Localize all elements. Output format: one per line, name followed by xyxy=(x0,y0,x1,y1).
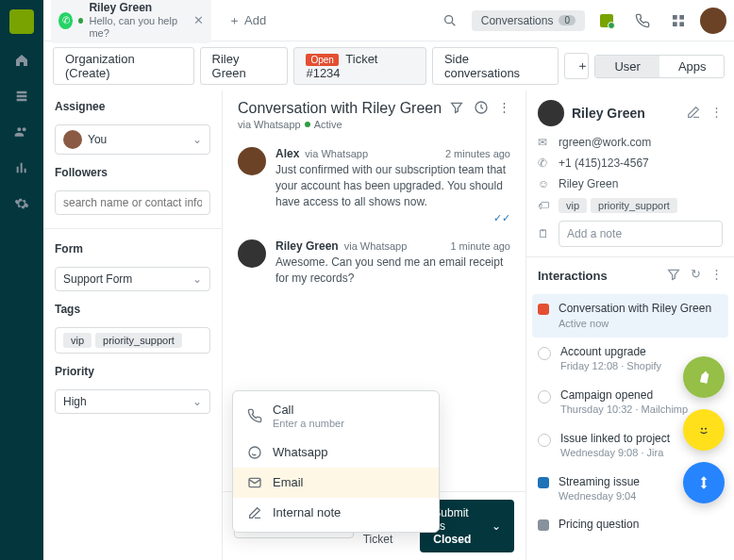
shopify-fab[interactable] xyxy=(683,356,725,398)
views-icon[interactable] xyxy=(12,87,31,106)
context-tabs: Organization (Create) Riley Green Open T… xyxy=(43,41,734,91)
add-note-input[interactable]: Add a note xyxy=(559,221,723,247)
tab-requester[interactable]: Riley Green xyxy=(200,47,289,85)
read-receipt-icon: ✓✓ xyxy=(275,212,510,224)
marker-icon xyxy=(538,477,549,488)
close-icon[interactable]: ✕ xyxy=(193,13,204,27)
followers-field[interactable] xyxy=(55,190,210,215)
home-icon[interactable] xyxy=(12,51,31,70)
apps-icon[interactable] xyxy=(664,7,692,35)
note-icon: 🗒 xyxy=(538,227,551,240)
refresh-icon[interactable]: ↻ xyxy=(691,267,701,285)
filter-icon[interactable] xyxy=(449,100,464,118)
channel-option-email[interactable]: Email xyxy=(233,468,439,498)
followers-input[interactable] xyxy=(63,196,202,209)
priority-select[interactable]: High⌄ xyxy=(55,389,210,414)
email-icon: ✉ xyxy=(538,136,551,149)
profile-name: Riley Green xyxy=(572,106,645,121)
interaction-item[interactable]: Pricing question xyxy=(538,510,723,540)
jira-fab[interactable] xyxy=(683,462,725,503)
ticket-properties-panel: Assignee You ⌄ Followers Form Support Fo… xyxy=(43,91,223,560)
form-label: Form xyxy=(55,242,210,255)
presence-dot xyxy=(78,18,83,24)
channel-option-note[interactable]: Internal note xyxy=(233,498,439,528)
tag-chip: vip xyxy=(559,198,587,213)
tag-icon: 🏷 xyxy=(538,199,551,212)
message-time: 2 minutes ago xyxy=(445,148,510,159)
edit-icon[interactable] xyxy=(686,105,701,123)
tags-field[interactable]: vip priority_support xyxy=(55,327,210,354)
chevron-down-icon: ⌄ xyxy=(192,272,202,286)
reporting-icon[interactable] xyxy=(12,158,31,177)
more-icon[interactable]: ⋮ xyxy=(710,267,723,285)
phone-icon xyxy=(246,408,263,423)
message-author: Alex xyxy=(275,147,299,160)
add-tab-button[interactable]: ＋ Add xyxy=(219,8,275,33)
customers-icon[interactable] xyxy=(12,123,31,141)
history-icon[interactable] xyxy=(474,100,489,118)
whatsapp-icon: ✆ xyxy=(58,12,73,29)
marker-icon xyxy=(538,390,551,404)
channel-option-whatsapp[interactable]: Whatsapp xyxy=(233,437,439,468)
tab-subtitle: Hello, can you help me? xyxy=(89,15,184,40)
svg-point-9 xyxy=(701,428,703,430)
message-avatar xyxy=(238,147,266,175)
note-icon xyxy=(246,505,263,520)
conversation-title: Conversation with Riley Green xyxy=(238,100,442,117)
interactions-header: Interactions xyxy=(538,269,608,283)
top-bar: ✆ Riley Green Hello, can you help me? ✕ … xyxy=(43,0,734,41)
svg-point-6 xyxy=(249,447,260,458)
conversation-status: Active xyxy=(314,119,342,130)
assignee-avatar xyxy=(63,130,82,149)
conversation-panel: Conversation with Riley Green via Whatsa… xyxy=(223,91,526,560)
search-icon[interactable] xyxy=(436,7,464,35)
conversations-chip[interactable]: Conversations 0 xyxy=(472,10,585,31)
assignee-field[interactable]: You ⌄ xyxy=(55,124,210,155)
message-author: Riley Green xyxy=(275,239,339,253)
tab-organization[interactable]: Organization (Create) xyxy=(53,47,194,85)
tag-chip[interactable]: vip xyxy=(63,333,92,348)
message: Riley Green via Whatsapp 1 minute ago Aw… xyxy=(238,232,510,294)
more-icon[interactable]: ⋮ xyxy=(710,105,723,123)
seg-user[interactable]: User xyxy=(595,56,659,77)
svg-rect-1 xyxy=(673,15,677,20)
more-icon[interactable]: ⋮ xyxy=(498,100,510,118)
form-select[interactable]: Support Form⌄ xyxy=(55,267,210,291)
svg-point-0 xyxy=(444,15,452,23)
profile-phone: +1 (415)123-4567 xyxy=(559,156,649,170)
marker-icon xyxy=(538,347,551,360)
marker-icon xyxy=(538,434,551,447)
message-avatar xyxy=(238,239,266,268)
email-icon xyxy=(246,475,263,490)
followers-label: Followers xyxy=(55,166,210,179)
left-nav xyxy=(0,0,43,560)
brand-logo[interactable] xyxy=(9,9,34,34)
workspace-tab[interactable]: ✆ Riley Green Hello, can you help me? ✕ xyxy=(51,0,211,43)
channel-option-call[interactable]: CallEnter a number xyxy=(233,395,439,437)
profile-avatar xyxy=(538,100,564,126)
whatsapp-icon: ☺ xyxy=(538,177,551,190)
message-time: 1 minute ago xyxy=(450,240,510,252)
conversation-via: via Whatsapp xyxy=(238,119,301,130)
phone-icon[interactable] xyxy=(628,7,657,35)
tab-ticket[interactable]: Open Ticket #1234 xyxy=(293,47,425,85)
chevron-down-icon: ⌄ xyxy=(192,395,202,408)
filter-icon[interactable] xyxy=(666,267,681,285)
svg-rect-3 xyxy=(673,22,677,26)
interaction-item[interactable]: Conversation with Riley GreenActive now xyxy=(532,294,728,338)
tag-chip[interactable]: priority_support xyxy=(95,333,182,348)
admin-icon[interactable] xyxy=(12,194,31,213)
add-side-conversation[interactable]: ＋ xyxy=(564,53,589,79)
mailchimp-fab[interactable] xyxy=(683,409,725,451)
message-body: Just confirmed with our subscription tea… xyxy=(275,162,510,209)
phone-icon: ✆ xyxy=(538,156,551,170)
seg-apps[interactable]: Apps xyxy=(659,56,725,77)
svg-point-10 xyxy=(705,428,707,430)
profile-email: rgreen@work.com xyxy=(559,136,651,149)
chat-status-icon[interactable] xyxy=(592,7,621,35)
message-via: via Whatsapp xyxy=(344,240,408,252)
message-body: Awesome. Can you send me an email receip… xyxy=(275,255,510,287)
user-avatar[interactable] xyxy=(700,8,726,34)
integration-fabs xyxy=(683,356,725,503)
tab-side-conversations[interactable]: Side conversations xyxy=(432,47,559,85)
